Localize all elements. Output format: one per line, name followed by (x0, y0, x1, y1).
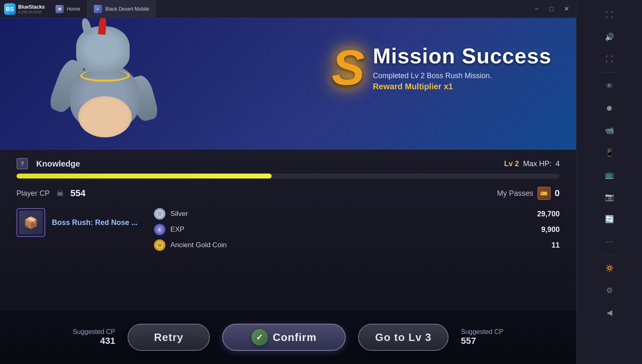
stats-row: Player CP ☠ 554 My Passes 🎫 0 (16, 187, 560, 200)
game-tab-icon: ⚔ (94, 5, 102, 13)
reward-row-exp: E EXP 9,900 (154, 224, 560, 235)
sidebar-divider-1 (601, 72, 618, 73)
reward-multiplier: Reward Multiplier x1 (373, 82, 551, 91)
monster-body (54, 30, 156, 146)
knowledge-section: ? Knowledge Lv 2 Max HP: 4 (0, 150, 576, 169)
player-cp-label: Player CP (16, 189, 50, 198)
right-sidebar: ⛶ 🔊 ⛶ 👁 ⏺ 📹 📱 📺 📷 🔄 ⋯ 🔅 ⚙ ◀ (576, 0, 642, 364)
passes-value: 0 (555, 188, 560, 199)
content-panel: ? Knowledge Lv 2 Max HP: 4 Player CP ☠ 5… (0, 150, 576, 364)
progress-bar (16, 174, 560, 179)
sidebar-tv-icon[interactable]: 📺 (600, 165, 619, 185)
bluestacks-name: BlueStacks (18, 4, 45, 10)
exp-label: EXP (170, 225, 530, 234)
grade-badge: S (332, 43, 365, 92)
restore-button[interactable]: □ (545, 2, 558, 16)
level-value: Lv 2 (504, 160, 519, 168)
mission-subtitle: Completed Lv 2 Boss Rush Mission. (373, 72, 551, 80)
max-hp-value: 4 (556, 160, 560, 168)
max-hp-label: Max HP: (523, 160, 551, 168)
svg-text:E: E (158, 228, 161, 232)
sidebar-expand-icon[interactable]: ⛶ (600, 5, 619, 25)
sidebar-screenshot-icon[interactable]: 📷 (600, 187, 619, 207)
sidebar-video-icon[interactable]: 📹 (600, 121, 619, 140)
quest-name: Boss Rush: Red Nose ... (52, 218, 137, 227)
minimize-button[interactable]: − (530, 2, 543, 16)
level-info: Lv 2 Max HP: 4 (504, 160, 560, 168)
goto-lv3-button[interactable]: Go to Lv 3 (358, 324, 449, 351)
mission-banner: S Mission Success Completed Lv 2 Boss Ru… (0, 18, 576, 150)
player-cp-stat: Player CP ☠ 554 (16, 187, 86, 199)
pass-icon: 🎫 (537, 187, 551, 200)
goto-label: Go to Lv 3 (375, 331, 431, 344)
exp-icon: E (154, 224, 165, 235)
gold-label: Ancient Gold Coin (170, 241, 530, 249)
sidebar-record-icon[interactable]: ⏺ (600, 98, 619, 118)
progress-fill (16, 174, 272, 179)
suggested-cp-right-label: Suggested CP (461, 328, 503, 336)
quest-icon-box: 📦 (16, 208, 45, 237)
silver-icon (154, 208, 165, 220)
reward-row-silver: Silver 29,700 (154, 208, 560, 220)
suggested-cp-left: Suggested CP 431 (66, 328, 115, 346)
monster-figure (33, 22, 177, 146)
sidebar-back-icon[interactable]: ◀ (600, 303, 619, 322)
sidebar-fullscreen-icon[interactable]: ⛶ (600, 49, 619, 69)
confirm-check-icon: ✓ (251, 329, 268, 345)
home-tab-label: Home (67, 6, 80, 12)
silver-amount: 29,700 (535, 210, 560, 218)
exp-amount: 9,900 (535, 225, 560, 234)
title-bar: BS BlueStacks 4.150.10.1032 🏠 Home ⚔ Bla… (0, 0, 576, 18)
quest-icon-inner: 📦 (19, 211, 43, 234)
retry-label: Retry (154, 331, 183, 344)
sidebar-audio-icon[interactable]: 🔊 (600, 27, 619, 47)
mission-success-title: Mission Success (373, 44, 551, 68)
sidebar-eye-icon[interactable]: 👁 (600, 76, 619, 96)
monster-horn-right (98, 18, 107, 35)
passes-stat: My Passes 🎫 0 (497, 187, 560, 200)
svg-point-5 (158, 243, 162, 247)
suggested-cp-left-label: Suggested CP (73, 328, 115, 336)
suggested-cp-right-value: 557 (461, 336, 476, 346)
suggested-cp-right: Suggested CP 557 (461, 328, 510, 346)
mission-text-block: Mission Success Completed Lv 2 Boss Rush… (373, 44, 551, 91)
suggested-cp-left-value: 431 (100, 336, 115, 346)
silver-label: Silver (170, 210, 530, 218)
home-tab-icon: 🏠 (56, 5, 64, 13)
knowledge-icon: ? (16, 158, 28, 169)
confirm-label: Confirm (273, 331, 317, 344)
rewards-list: Silver 29,700 E EXP 9,900 Ancient Gold C… (154, 208, 560, 251)
game-tab[interactable]: ⚔ Black Desert Mobile (87, 0, 156, 18)
sidebar-mobile-icon[interactable]: 📱 (600, 143, 619, 162)
rewards-section: 📦 Boss Rush: Red Nose ... Silver 29,700 … (16, 208, 560, 251)
bluestacks-version: 4.150.10.1032 (18, 10, 45, 14)
sidebar-more-icon[interactable]: ⋯ (600, 232, 619, 251)
close-button[interactable]: ✕ (560, 2, 573, 16)
monster-head (76, 26, 130, 72)
monster-belly (78, 96, 132, 137)
knowledge-label: Knowledge (36, 159, 80, 169)
reward-row-gold: Ancient Gold Coin 11 (154, 239, 560, 251)
sidebar-brightness-icon[interactable]: 🔅 (600, 258, 619, 278)
confirm-button[interactable]: ✓ Confirm (222, 324, 346, 351)
quest-item: 📦 Boss Rush: Red Nose ... (16, 208, 137, 237)
action-bar: Suggested CP 431 Retry ✓ Confirm Go to L… (0, 311, 576, 364)
player-cp-value: 554 (70, 188, 86, 199)
gold-amount: 11 (535, 241, 560, 250)
sidebar-divider-2 (601, 255, 618, 255)
passes-label: My Passes (497, 189, 533, 198)
retry-button[interactable]: Retry (128, 324, 210, 351)
gold-coin-icon (154, 239, 165, 251)
home-tab[interactable]: 🏠 Home (49, 0, 87, 18)
game-area: S Mission Success Completed Lv 2 Boss Ru… (0, 18, 576, 364)
bluestacks-logo: BS BlueStacks 4.150.10.1032 (0, 3, 49, 15)
window-controls: − □ ✕ (530, 2, 576, 16)
game-tab-label: Black Desert Mobile (105, 6, 149, 12)
sidebar-sync-icon[interactable]: 🔄 (600, 209, 619, 229)
mission-header: S Mission Success Completed Lv 2 Boss Ru… (332, 43, 551, 92)
bluestacks-icon: BS (4, 3, 16, 15)
sidebar-settings-icon[interactable]: ⚙ (600, 281, 619, 300)
svg-point-1 (157, 211, 162, 216)
warrior-icon: ☠ (54, 187, 66, 199)
